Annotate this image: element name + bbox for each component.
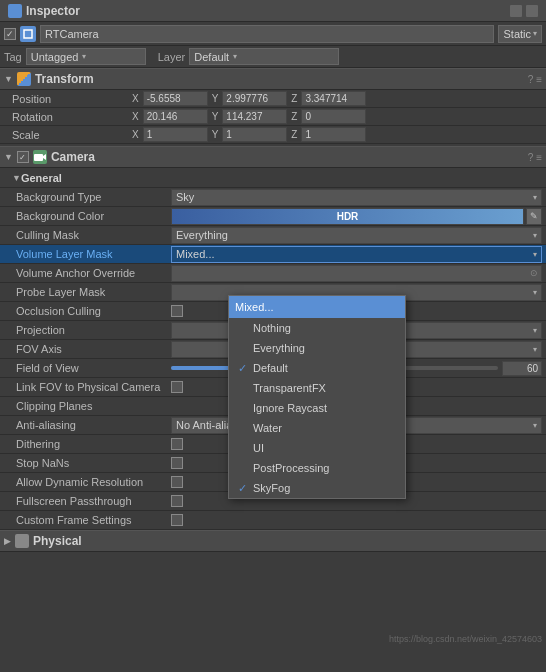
- header-row: Static ▾: [0, 22, 546, 46]
- custom-frame-settings-checkbox[interactable]: [171, 514, 183, 526]
- svg-rect-1: [34, 154, 43, 161]
- physical-collapse-icon[interactable]: ▶: [4, 536, 11, 546]
- probe-layer-mask-arrow: ▾: [533, 288, 537, 297]
- dropdown-label-transparentfx: TransparentFX: [253, 382, 326, 394]
- inspector-tab-icon: [8, 4, 22, 18]
- camera-enable-checkbox[interactable]: [17, 151, 29, 163]
- scale-y-input[interactable]: [222, 127, 287, 142]
- pos-z-input[interactable]: [301, 91, 366, 106]
- dropdown-item-ignore-raycast[interactable]: Ignore Raycast: [229, 398, 405, 418]
- dropdown-item-everything[interactable]: Everything: [229, 338, 405, 358]
- culling-mask-value: Everything ▾: [171, 227, 542, 244]
- volume-anchor-row: Volume Anchor Override ⊙: [0, 264, 546, 283]
- projection-label: Projection: [16, 324, 171, 336]
- dropdown-item-skyfog[interactable]: ✓ SkyFog: [229, 478, 405, 498]
- dropdown-item-water[interactable]: Water: [229, 418, 405, 438]
- fov-axis-label: FOV Axis: [16, 343, 171, 355]
- tag-value: Untagged: [31, 51, 79, 63]
- object-enable-checkbox[interactable]: [4, 28, 16, 40]
- layer-value: Default: [194, 51, 229, 63]
- object-name-input[interactable]: [40, 25, 494, 43]
- tag-select[interactable]: Untagged ▾: [26, 48, 146, 65]
- tag-dropdown-arrow: ▾: [82, 52, 86, 61]
- camera-section-header: ▼ Camera ? ≡: [0, 146, 546, 168]
- general-collapse-icon[interactable]: ▼: [12, 173, 21, 183]
- dropdown-label-postprocessing: PostProcessing: [253, 462, 329, 474]
- volume-anchor-dot-icon: ⊙: [530, 268, 538, 278]
- static-badge[interactable]: Static ▾: [498, 25, 542, 43]
- dithering-checkbox[interactable]: [171, 438, 183, 450]
- custom-frame-settings-value: [171, 514, 542, 526]
- dropdown-item-nothing[interactable]: Nothing: [229, 318, 405, 338]
- static-label: Static: [503, 28, 531, 40]
- dropdown-popup: Mixed... Nothing Everything ✓ Default Tr…: [228, 295, 406, 499]
- dropdown-item-ui[interactable]: UI: [229, 438, 405, 458]
- scale-x-input[interactable]: [143, 127, 208, 142]
- scale-row: Scale X Y Z: [0, 126, 546, 144]
- culling-mask-dropdown[interactable]: Everything ▾: [171, 227, 542, 244]
- pos-z-label: Z: [291, 93, 297, 104]
- svg-marker-2: [43, 154, 46, 160]
- title-bar-controls: [510, 5, 538, 17]
- volume-layer-mask-selected: Mixed...: [176, 248, 215, 260]
- link-fov-checkbox[interactable]: [171, 381, 183, 393]
- general-subsection-header: ▼ General: [0, 168, 546, 188]
- custom-frame-settings-label: Custom Frame Settings: [16, 514, 171, 526]
- rot-y-input[interactable]: [222, 109, 287, 124]
- background-type-value: Sky ▾: [171, 189, 542, 206]
- dropdown-label-nothing: Nothing: [253, 322, 291, 334]
- dropdown-item-default[interactable]: ✓ Default: [229, 358, 405, 378]
- fullscreen-passthrough-label: Fullscreen Passthrough: [16, 495, 171, 507]
- camera-icon: [33, 150, 47, 164]
- transform-properties: Position X Y Z Rotation X Y Z Scale X Y: [0, 90, 546, 144]
- rot-x-label: X: [132, 111, 139, 122]
- rot-y-label: Y: [212, 111, 219, 122]
- title-bar: Inspector: [0, 0, 546, 22]
- volume-layer-mask-row: Volume Layer Mask Mixed... ▾: [0, 245, 546, 264]
- dynamic-resolution-label: Allow Dynamic Resolution: [16, 476, 171, 488]
- hdr-label: HDR: [337, 211, 359, 222]
- rot-z-input[interactable]: [301, 109, 366, 124]
- maximize-icon[interactable]: [526, 5, 538, 17]
- watermark: https://blog.csdn.net/weixin_42574603: [389, 634, 542, 644]
- camera-help-icon[interactable]: ? ≡: [528, 152, 542, 163]
- dropdown-popup-header: Mixed...: [229, 296, 405, 318]
- stop-nans-checkbox[interactable]: [171, 457, 183, 469]
- volume-anchor-dropdown[interactable]: [171, 265, 542, 282]
- dropdown-item-postprocessing[interactable]: PostProcessing: [229, 458, 405, 478]
- volume-layer-mask-label: Volume Layer Mask: [16, 248, 171, 260]
- camera-title: Camera: [51, 150, 95, 164]
- background-type-dropdown[interactable]: Sky ▾: [171, 189, 542, 206]
- background-type-label: Background Type: [16, 191, 171, 203]
- color-edit-button[interactable]: ✎: [526, 208, 542, 225]
- scale-value: X Y Z: [132, 127, 542, 142]
- background-color-swatch[interactable]: HDR: [171, 208, 524, 225]
- rot-x-input[interactable]: [143, 109, 208, 124]
- volume-layer-mask-value: Mixed... ▾: [171, 246, 542, 263]
- pos-x-input[interactable]: [143, 91, 208, 106]
- pos-y-input[interactable]: [222, 91, 287, 106]
- static-dropdown-arrow: ▾: [533, 29, 537, 38]
- volume-layer-mask-dropdown[interactable]: Mixed... ▾: [171, 246, 542, 263]
- camera-collapse-icon[interactable]: ▼: [4, 152, 13, 162]
- scale-label: Scale: [12, 129, 132, 141]
- fov-value-input[interactable]: [502, 361, 542, 376]
- transform-title: Transform: [35, 72, 94, 86]
- layer-select[interactable]: Default ▾: [189, 48, 339, 65]
- pos-y-label: Y: [212, 93, 219, 104]
- occlusion-culling-checkbox[interactable]: [171, 305, 183, 317]
- transform-help-icon[interactable]: ? ≡: [528, 74, 542, 85]
- background-color-label: Background Color: [16, 210, 171, 222]
- field-of-view-label: Field of View: [16, 362, 171, 374]
- probe-layer-mask-label: Probe Layer Mask: [16, 286, 171, 298]
- fullscreen-passthrough-checkbox[interactable]: [171, 495, 183, 507]
- scale-y-label: Y: [212, 129, 219, 140]
- minimize-icon[interactable]: [510, 5, 522, 17]
- transform-icon: [17, 72, 31, 86]
- transform-collapse-icon[interactable]: ▼: [4, 74, 13, 84]
- dynamic-resolution-checkbox[interactable]: [171, 476, 183, 488]
- scale-z-input[interactable]: [301, 127, 366, 142]
- object-type-icon: [20, 26, 36, 42]
- background-color-value: HDR ✎: [171, 208, 542, 225]
- dropdown-item-transparentfx[interactable]: TransparentFX: [229, 378, 405, 398]
